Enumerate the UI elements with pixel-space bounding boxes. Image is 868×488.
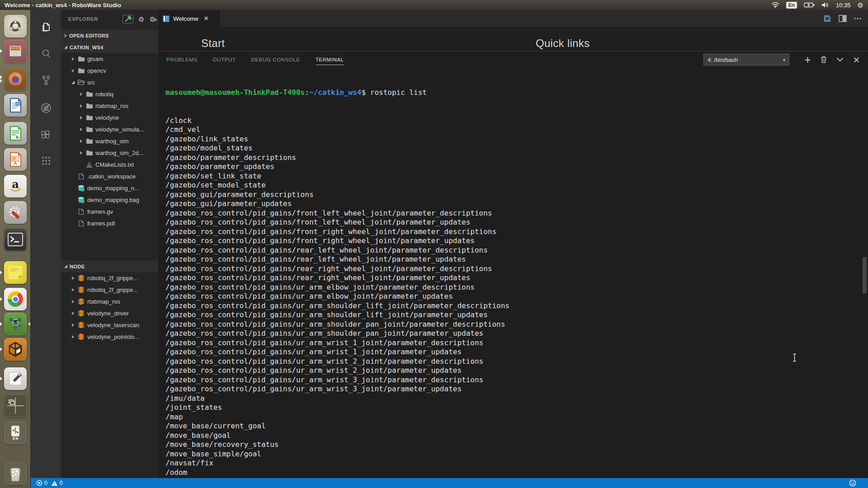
tree-item-label: CMakeLists.txt [95,161,134,168]
dock-icon-cube-3d-app[interactable] [4,338,27,361]
tree-item[interactable]: .catkin_workspace [61,170,158,182]
terminal-output-line: /gazebo_ros_control/pid_gains/rear_right… [165,273,859,283]
prompt-user-host: masoumeh@masoumeh-ThinkPad-T490s [165,88,305,97]
terminal-select[interactable]: 4: /bin/bash ▾ [703,54,789,66]
tab-welcome[interactable]: Welcome ✕ [158,10,220,27]
tree-item[interactable]: velodyne [61,112,158,123]
terminal-output-line: /gazebo/parameter_updates [165,162,859,172]
tree-item-label: frames.pdf [87,220,115,227]
problems-indicator[interactable]: 0 0 [36,480,62,486]
tree-item-label: robotiq [95,91,113,98]
feedback-smiley-icon[interactable] [849,479,856,487]
tree-item[interactable]: robotiq [61,88,158,100]
tree-item[interactable]: robotiq_2f_grippe... [61,272,158,284]
terminal-output-line: /move_base/current_goal [165,422,859,431]
tree-item[interactable]: velodyne_simula... [61,123,158,135]
terminal-output[interactable]: masoumeh@masoumeh-ThinkPad-T490s:~/catki… [165,70,859,478]
tree-item[interactable]: warthog_sim [61,135,158,147]
tree-item[interactable]: warthog_sim_2d... [61,147,158,159]
activity-search-icon[interactable] [31,43,61,65]
dock-icon-firefox[interactable] [4,68,27,90]
dock-icon-terminal-app[interactable] [4,228,27,251]
tree-item[interactable]: velodyne_driver [61,307,158,319]
open-editors-section[interactable]: OPEN EDITORS [61,30,158,41]
welcome-page: Start Quick links [158,27,868,51]
dock-icon-sticky-notes[interactable] [4,261,27,284]
tree-item-icon [77,208,85,215]
panel-actions: 4: /bin/bash ▾ [703,54,861,66]
workspace-section[interactable]: CATKIN_WS4 [61,42,158,53]
activity-source-control-icon[interactable] [31,70,61,91]
activity-debug-disabled-icon[interactable] [31,97,61,119]
open-preview-icon[interactable] [823,14,832,23]
dock-icon-roboware-graph-app[interactable] [4,313,27,335]
gear-icon[interactable]: ⚙ [138,16,144,23]
workspace-tree: gtsam opencv src robotiq rtabmap_ros vel… [61,53,158,229]
tree-item[interactable]: rtabmap_ros [61,100,158,112]
terminal-scrollbar-thumb[interactable] [863,257,867,293]
status-bar: 0 0 [31,478,868,488]
tree-item[interactable]: frames.pdf [61,217,158,229]
tree-item[interactable]: demo_mapping_n... [61,182,158,194]
wifi-icon[interactable] [771,2,779,8]
terminal-output-line: /gazebo_ros_control/pid_gains/rear_left_… [165,255,859,264]
sidebar-title: EXPLORER [68,16,98,22]
tab-close-icon[interactable]: ✕ [204,15,208,22]
panel-tab[interactable]: TERMINAL [316,57,344,62]
activity-explorer-icon[interactable] [31,16,61,38]
tree-chevron-icon [71,57,75,61]
tree-item[interactable]: opencv [61,65,158,76]
dock-icon-workspace-switcher[interactable] [4,394,27,417]
terminal-prompt-line: masoumeh@masoumeh-ThinkPad-T490s:~/catki… [165,88,859,98]
tree-item-label: demo_mapping_n... [87,185,139,192]
volume-icon[interactable] [821,2,829,8]
node-label: NODE [70,264,85,269]
panel-tab[interactable]: PROBLEMS [166,57,198,62]
tree-item-icon [77,275,85,282]
node-section[interactable]: NODE [61,261,158,272]
tree-chevron-icon [71,288,75,292]
close-panel-icon[interactable] [852,55,861,64]
sidebar-header: EXPLORER ⚙ ⚙⚙ [61,10,158,28]
dock-icon-libreoffice-calc[interactable] [4,122,27,145]
activity-extensions-icon[interactable] [31,124,61,146]
clock[interactable]: 10:35 [836,2,851,9]
tree-item[interactable]: rtabmap_ros [61,296,158,307]
power-gear-icon[interactable]: ⚙ [858,2,863,9]
tree-item[interactable]: velodyne_laserscan [61,319,158,331]
tree-chevron-icon [79,127,83,131]
dock-icon-chrome[interactable] [4,288,27,310]
new-terminal-icon[interactable] [803,55,812,64]
panel-tab[interactable]: OUTPUT [213,57,236,62]
tree-item[interactable]: gtsam [61,53,158,65]
panel-tab[interactable]: DEBUG CONSOLE [251,57,300,62]
dock-icon-amazon[interactable]: a [4,175,27,197]
more-actions-icon[interactable] [854,17,862,20]
build-hammer-icon[interactable] [123,15,133,23]
tree-item[interactable]: robotiq_2f_grippe... [61,284,158,296]
kill-terminal-icon[interactable] [819,55,828,64]
tree-item[interactable]: frames.gv [61,206,158,217]
split-editor-icon[interactable] [839,15,847,22]
activity-more-tools-icon[interactable] [31,150,61,172]
tree-chevron-icon [79,104,83,108]
panel-tabs: PROBLEMSOUTPUTDEBUG CONSOLETERMINAL [166,52,344,68]
tree-item[interactable]: CMakeLists.txt [61,159,158,170]
tree-item-icon [77,322,85,328]
running-indicator [0,271,2,274]
dock-icon-libreoffice-writer[interactable] [4,94,27,117]
dock-icon-trash[interactable] [4,462,27,485]
battery-charging-icon[interactable] [804,2,815,8]
dock-icon-ubuntu-software[interactable] [4,201,27,224]
collapse-panel-icon[interactable] [835,55,844,64]
tree-item[interactable]: velodyne_pointclo... [61,331,158,343]
tree-item[interactable]: demo_mapping.bag [61,194,158,206]
gear-config-icon[interactable]: ⚙⚙ [150,16,156,23]
keyboard-layout-indicator[interactable]: En [786,2,797,9]
tree-item[interactable]: src [61,76,158,88]
dock-icon-text-editor[interactable] [4,367,27,390]
dock-icon-ubuntu-dash[interactable] [4,15,27,38]
dock-icon-libreoffice-impress[interactable] [4,148,27,171]
dock-icon-file-manager[interactable] [4,40,27,62]
dock-icon-usb-drive[interactable] [4,422,27,444]
